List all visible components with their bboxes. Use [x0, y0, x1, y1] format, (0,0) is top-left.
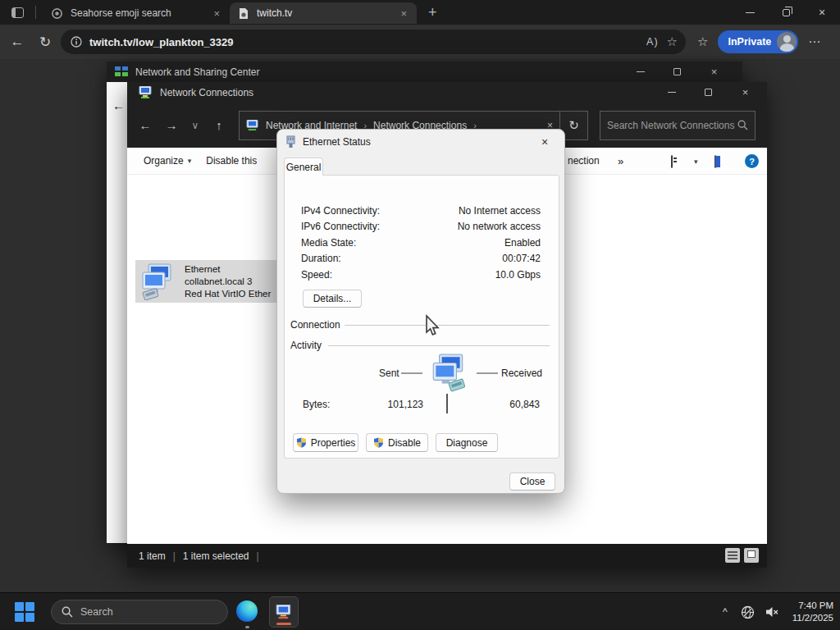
browser-tabstrip: Seahorse emoji search × twitch.tv × + ×: [0, 0, 840, 25]
tab-close-icon[interactable]: ×: [210, 7, 223, 20]
status-row: Media State: Enabled: [301, 237, 541, 249]
toolbar-overflow-icon[interactable]: »: [618, 155, 623, 167]
page-favicon: [238, 7, 249, 20]
breadcrumb-location-icon: [246, 120, 259, 131]
status-divider: |: [173, 550, 176, 562]
active-app-indicator: [276, 623, 291, 625]
browser-back-button[interactable]: ←: [3, 34, 31, 50]
tab-label: Seahorse emoji search: [71, 7, 210, 19]
item-count: 1 item: [139, 550, 166, 562]
url-text[interactable]: twitch.tv/low_plankton_3329: [89, 36, 638, 48]
address-bar[interactable]: twitch.tv/low_plankton_3329 A) ☆: [61, 30, 686, 54]
start-button[interactable]: [15, 602, 34, 622]
browser-refresh-button[interactable]: ↻: [31, 34, 59, 51]
edge-icon: [236, 600, 258, 622]
dialog-title: Ethernet Status: [303, 136, 371, 148]
status-row: Duration: 00:07:42: [301, 253, 541, 264]
tray-overflow-icon[interactable]: ^: [723, 606, 728, 618]
diagnose-button[interactable]: Diagnose: [436, 433, 498, 452]
taskbar-search-input[interactable]: [80, 606, 217, 618]
tab-close-icon[interactable]: ×: [397, 7, 410, 20]
browser-menu-icon[interactable]: ⋯: [808, 34, 820, 49]
clock-time: 7:40 PM: [792, 600, 833, 612]
inprivate-badge[interactable]: InPrivate: [718, 30, 798, 53]
details-button[interactable]: Details...: [303, 290, 362, 308]
view-options-caret-icon[interactable]: ▾: [694, 158, 698, 166]
network-globe-icon[interactable]: [741, 605, 755, 619]
tab-twitch[interactable]: twitch.tv ×: [230, 2, 417, 24]
nc-search-input[interactable]: [607, 120, 737, 131]
browser-window-controls: ×: [732, 0, 840, 25]
nc-search-box[interactable]: [600, 111, 756, 140]
activity-computers-icon: [427, 353, 470, 392]
nsc-back-icon[interactable]: ←: [112, 98, 125, 112]
received-dash: [477, 372, 498, 374]
tab-general[interactable]: General: [284, 158, 323, 176]
nsc-maximize-button[interactable]: [659, 62, 696, 82]
sent-label: Sent: [379, 368, 399, 379]
nc-recent-pages-icon[interactable]: ∨: [185, 120, 206, 131]
browser-minimize-button[interactable]: [732, 0, 768, 25]
organize-button[interactable]: Organize: [144, 155, 184, 167]
ethernet-status-dialog: Ethernet Status × General Connection IPv…: [276, 129, 565, 494]
nsc-window-controls: ×: [622, 62, 733, 82]
status-divider: |: [257, 550, 259, 562]
tab-seahorse[interactable]: Seahorse emoji search ×: [43, 2, 230, 24]
favorite-star-icon[interactable]: ☆: [667, 34, 678, 49]
row-label: Speed:: [301, 269, 332, 281]
volume-muted-icon[interactable]: [765, 605, 779, 619]
tab-workspaces-icon[interactable]: [11, 7, 24, 18]
nc-forward-button[interactable]: →: [158, 118, 185, 132]
row-value: No network access: [458, 221, 541, 232]
nc-back-button[interactable]: ←: [132, 118, 158, 132]
connection-group-line: [345, 325, 550, 326]
details-view-icon[interactable]: [725, 548, 740, 563]
taskbar-edge-button[interactable]: [236, 600, 259, 623]
nc-maximize-button[interactable]: [690, 82, 727, 103]
nc-minimize-button[interactable]: [653, 82, 690, 103]
connection-group-label: Connection: [290, 319, 340, 331]
nc-status-bar: 1 item | 1 item selected |: [127, 544, 767, 568]
bytes-label: Bytes:: [303, 399, 330, 410]
read-aloud-icon[interactable]: A): [646, 36, 659, 48]
preview-pane-icon[interactable]: [714, 156, 716, 167]
nc-app-icon: [139, 86, 153, 98]
connection-device: Red Hat VirtIO Ether: [185, 288, 271, 300]
taskbar-network-connections-button[interactable]: [269, 596, 299, 628]
dialog-titlebar[interactable]: Ethernet Status ×: [277, 130, 564, 154]
view-options-icon[interactable]: [671, 156, 673, 167]
close-button[interactable]: Close: [509, 472, 555, 491]
browser-toolbar: ← ↻ twitch.tv/low_plankton_3329 A) ☆ ☆ I…: [0, 25, 840, 59]
site-info-icon[interactable]: [71, 36, 82, 48]
tab-label: twitch.tv: [257, 7, 397, 19]
nsc-close-button[interactable]: ×: [696, 62, 733, 82]
nc-close-button[interactable]: ×: [727, 82, 764, 103]
favorites-hub-icon[interactable]: ☆: [697, 34, 708, 49]
ethernet-plug-icon: [285, 135, 296, 148]
properties-button[interactable]: Properties: [293, 433, 358, 452]
disable-button[interactable]: Disable: [366, 433, 428, 452]
new-tab-button[interactable]: +: [428, 4, 437, 21]
connection-name: Ethernet: [185, 263, 271, 276]
taskbar-search[interactable]: [51, 600, 228, 624]
received-label: Received: [501, 368, 542, 379]
browser-restore-button[interactable]: [768, 0, 804, 25]
taskbar-clock[interactable]: 7:40 PM 11/2/2025: [792, 600, 833, 624]
nsc-minimize-button[interactable]: [622, 62, 659, 82]
help-icon[interactable]: ?: [745, 154, 759, 168]
rename-connection-button[interactable]: nection: [568, 155, 600, 167]
sent-bytes-value: 101,123: [376, 399, 423, 410]
icons-view-icon[interactable]: [744, 548, 759, 563]
inprivate-label: InPrivate: [728, 36, 771, 48]
nc-up-button[interactable]: ↑: [206, 118, 232, 132]
row-value: No Internet access: [459, 205, 541, 217]
network-connections-icon: [276, 605, 292, 619]
activity-group-line: [328, 345, 550, 346]
dialog-close-icon[interactable]: ×: [528, 130, 561, 154]
disable-device-button[interactable]: Disable this: [206, 155, 257, 167]
taskbar: ^ 7:40 PM 11/2/2025: [0, 592, 840, 630]
nc-title: Network Connections: [160, 87, 253, 98]
organize-caret-icon: ▾: [188, 157, 192, 165]
profile-avatar[interactable]: [777, 32, 797, 52]
browser-close-button[interactable]: ×: [804, 0, 840, 25]
